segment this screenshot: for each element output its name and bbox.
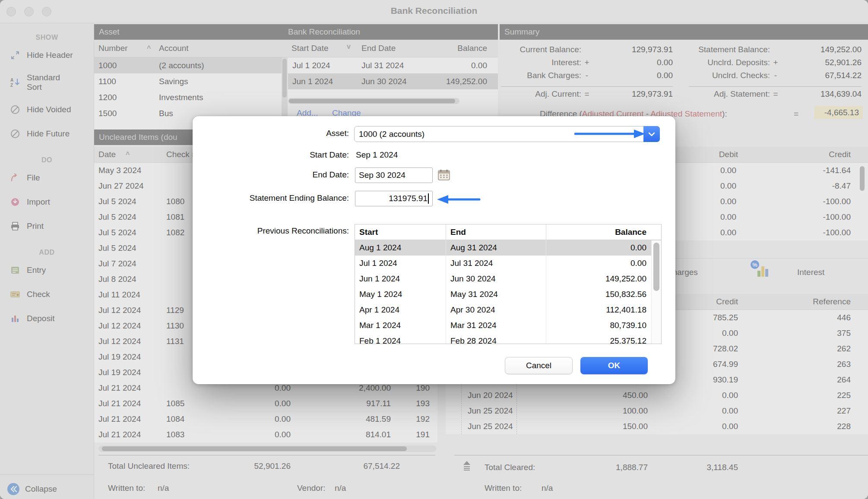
sidebar-item-entry[interactable]: Entry: [0, 258, 94, 282]
previous-reconciliations-body: Aug 1 2024 Aug 31 2024 0.00 Jul 1 2024 J…: [355, 240, 661, 344]
sidebar-item-label: Check: [27, 290, 50, 299]
interest-button[interactable]: Interest: [797, 268, 824, 277]
collapse-button[interactable]: Collapse: [7, 483, 57, 495]
dialog-table-scrollbar-thumb[interactable]: [653, 243, 659, 291]
sidebar-item-hide-voided[interactable]: Hide Voided: [0, 98, 94, 122]
cancel-button[interactable]: Cancel: [505, 357, 573, 374]
app-window: Bank Reconciliation SHOW Hide Header AZ …: [0, 0, 868, 499]
sidebar-item-hide-future[interactable]: Hide Future: [0, 122, 94, 146]
sidebar-section-do: DO: [0, 155, 94, 166]
previous-reconciliations-table: Start End Balance Aug 1 2024 Aug 31 2024…: [355, 224, 662, 344]
uncleared-hscrollbar-thumb[interactable]: [102, 446, 407, 451]
column-header-start[interactable]: Start: [355, 224, 446, 240]
table-row[interactable]: Jul 21 2024 1085 0.00 917.11 193: [94, 396, 437, 411]
column-header-end-date[interactable]: End Date: [361, 44, 396, 53]
sidebar-section-show: SHOW: [0, 32, 94, 43]
uncleared-footer-row: Written to: n/a Vendor: n/a: [94, 483, 437, 495]
asset-row[interactable]: 1200 Investments: [94, 89, 282, 105]
summary-left-divider: [501, 86, 673, 87]
sidebar-item-standard-sort[interactable]: AZ Standard Sort: [0, 67, 94, 98]
recon-row[interactable]: Jul 1 2024 Jul 31 2024 0.00: [288, 57, 498, 73]
statement-ending-balance-input[interactable]: 131975.91: [355, 191, 433, 206]
uncleared-panel-title: Uncleared Items (dou: [99, 133, 177, 142]
summary-left-group: Current Balance: 129,973.91 Interest: + …: [501, 45, 673, 84]
table-row[interactable]: May 1 2024 May 31 2024 150,832.56: [355, 287, 661, 302]
text-caret: [428, 193, 429, 204]
void-icon: [10, 104, 21, 115]
dialog-table-scrollbar-track[interactable]: [651, 240, 661, 344]
sort-asc-icon: ^: [147, 44, 151, 52]
column-header-credit[interactable]: Credit: [716, 297, 738, 306]
table-row[interactable]: Jul 21 2024 1084 0.00 481.59 192: [94, 411, 437, 427]
end-date-label: End Date:: [193, 170, 349, 180]
table-row[interactable]: Jun 1 2024 Jun 30 2024 149,252.00: [355, 271, 661, 287]
written-to-label: Written to:: [485, 483, 522, 493]
column-header-reference[interactable]: Reference: [813, 297, 851, 306]
asset-panel-bar: Asset Bank Reconciliation: [94, 24, 498, 40]
window-title: Bank Reconciliation: [0, 6, 868, 16]
table-row[interactable]: Mar 1 2024 Mar 31 2024 80,739.10: [355, 318, 661, 333]
table-row[interactable]: Apr 1 2024 Apr 30 2024 112,401.18: [355, 302, 661, 318]
cleared-totals-divider: [454, 455, 868, 455]
titlebar: Bank Reconciliation: [0, 0, 868, 23]
asset-row[interactable]: 1000 (2 accounts): [94, 57, 282, 73]
table-row[interactable]: Aug 1 2024 Aug 31 2024 0.00: [355, 240, 661, 256]
sidebar-item-print[interactable]: Print: [0, 214, 94, 238]
table-row[interactable]: Jul 1 2024 Jul 31 2024 0.00: [355, 256, 661, 271]
column-header-start-date[interactable]: Start Date: [291, 44, 329, 53]
end-date-input[interactable]: Sep 30 2024: [355, 167, 433, 183]
print-icon: [10, 221, 21, 232]
sidebar-item-hide-header[interactable]: Hide Header: [0, 43, 94, 67]
written-to-label: Written to:: [108, 483, 145, 493]
recon-hscrollbar-thumb[interactable]: [289, 99, 455, 103]
table-row[interactable]: Feb 1 2024 Feb 28 2024 25,375.12: [355, 333, 661, 344]
column-header-account[interactable]: Account: [159, 44, 189, 53]
cleared-total-2: 3,118.45: [706, 463, 738, 472]
sidebar-item-check[interactable]: Check: [0, 282, 94, 306]
difference-equals: =: [794, 109, 798, 119]
asset-recon-column-headers: Number ^ Account Start Date v End Date B…: [94, 40, 498, 57]
sidebar-item-label: Hide Future: [27, 129, 70, 139]
cleared-total-1: 1,888.77: [616, 463, 648, 472]
sidebar-item-deposit[interactable]: Deposit: [0, 306, 94, 331]
uncleared-totals-divider: [98, 455, 435, 455]
uncleared-total-1: 52,901.26: [254, 461, 291, 471]
summary-adj-statement-row: Adj. Statement: = 134,639.04: [689, 89, 862, 102]
sidebar-item-label: Entry: [27, 265, 46, 275]
column-header-number[interactable]: Number: [98, 44, 128, 53]
interest-chart-icon: %: [750, 259, 770, 281]
column-header-date[interactable]: Date: [98, 150, 116, 159]
ok-button[interactable]: OK: [580, 357, 648, 374]
sidebar-item-label: Hide Voided: [27, 105, 71, 114]
asset-table: 1000 (2 accounts) 1100 Savings 1200 Inve…: [94, 57, 282, 121]
column-header-balance[interactable]: Balance: [546, 224, 651, 240]
cleared-totals-label: Total Cleared:: [485, 463, 535, 472]
calendar-icon[interactable]: [437, 169, 450, 183]
column-header-check[interactable]: Check #: [166, 150, 196, 159]
column-header-credit[interactable]: Credit: [829, 150, 851, 159]
sidebar-item-file[interactable]: File: [0, 166, 94, 190]
recon-row[interactable]: Jun 1 2024 Jun 30 2024 149,252.00: [288, 73, 498, 89]
table-row[interactable]: Jul 21 2024 1083 0.00 814.01 191: [94, 427, 437, 442]
previous-reconciliations-header: Start End Balance: [355, 224, 661, 240]
column-header-debit[interactable]: Debit: [719, 150, 738, 159]
summary-panel-title: Summary: [504, 27, 539, 37]
start-date-value: Sep 1 2024: [356, 150, 398, 160]
column-header-end[interactable]: End: [446, 224, 546, 240]
summary-panel-bar: Summary: [500, 24, 868, 40]
adj-current-label: Adj. Current:: [501, 89, 581, 102]
expand-icon: [10, 50, 21, 61]
asset-row[interactable]: 1100 Savings: [94, 73, 282, 89]
table-row[interactable]: Jun 25 2024 150.00 0.00 228: [446, 419, 868, 434]
table-row[interactable]: Jun 25 2024 100.00 0.00 227: [446, 403, 868, 419]
sidebar-item-import[interactable]: Import: [0, 190, 94, 214]
sidebar: SHOW Hide Header AZ Standard Sort Hide V…: [0, 23, 94, 499]
window-vscrollbar-thumb[interactable]: [860, 166, 865, 191]
sidebar-item-label: Print: [27, 221, 44, 231]
written-to-value: n/a: [542, 483, 553, 493]
recon-table: Jul 1 2024 Jul 31 2024 0.00 Jun 1 2024 J…: [288, 57, 498, 89]
table-row[interactable]: Jun 20 2024 450.00 0.00 225: [446, 388, 868, 403]
collapse-label: Collapse: [25, 484, 57, 494]
column-header-balance[interactable]: Balance: [457, 44, 487, 53]
asset-scrollbar-thumb[interactable]: [282, 59, 287, 98]
